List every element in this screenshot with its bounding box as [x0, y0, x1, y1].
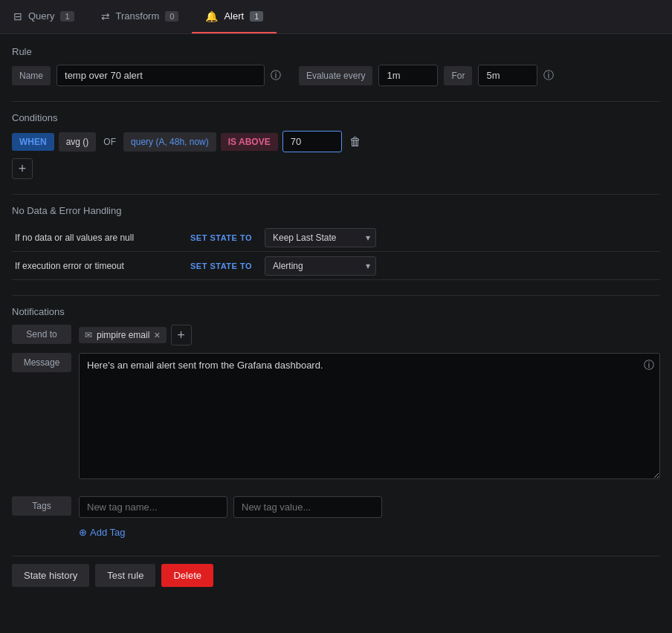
message-info-icon: ⓘ — [644, 359, 654, 372]
for-input[interactable] — [478, 65, 537, 86]
no-data-label: If no data or all values are null — [12, 233, 190, 243]
tags-label: Tags — [12, 496, 71, 516]
add-condition-button[interactable]: + — [12, 158, 33, 179]
tab-query-label: Query — [28, 10, 54, 22]
add-tag-button[interactable]: ⊕ Add Tag — [79, 524, 125, 541]
name-info-icon: ⓘ — [271, 69, 281, 82]
footer-buttons: State history Test rule Delete — [12, 556, 660, 587]
condition-row: WHEN avg () OF query (A, 48h, now) IS AB… — [12, 131, 660, 152]
exec-error-state-select[interactable]: Alerting Keep Last State No Data OK — [265, 256, 376, 276]
notifications-section-title: Notifications — [12, 306, 660, 317]
tab-transform-badge: 0 — [165, 11, 178, 22]
tags-inputs-area: ⊕ Add Tag — [79, 496, 382, 541]
send-to-label: Send to — [12, 325, 71, 344]
tags-section: Tags ⊕ Add Tag — [12, 496, 660, 541]
delete-condition-button[interactable]: 🗑 — [346, 132, 364, 152]
tab-query-badge: 1 — [60, 11, 74, 22]
when-badge: WHEN — [12, 133, 54, 151]
tag-name-input[interactable] — [79, 496, 227, 518]
conditions-section: Conditions WHEN avg () OF query (A, 48h,… — [12, 112, 660, 179]
exec-error-label: If execution error or timeout — [12, 261, 190, 271]
add-notification-button[interactable]: + — [171, 325, 192, 345]
message-row: Message Here's an email alert sent from … — [12, 353, 660, 481]
tags-row: Tags ⊕ Add Tag — [12, 496, 660, 541]
no-data-select-wrapper: Keep Last State Alerting No Data OK — [265, 228, 376, 247]
add-tag-label: Add Tag — [90, 527, 125, 538]
main-content: Rule Name ⓘ Evaluate every For ⓘ Conditi… — [0, 34, 672, 599]
test-rule-button[interactable]: Test rule — [95, 564, 155, 587]
exec-error-select-wrapper: Alerting Keep Last State No Data OK — [265, 256, 376, 276]
query-icon: ⊟ — [13, 10, 22, 22]
email-tag: ✉ pimpire email × — [79, 327, 167, 343]
no-data-state-select[interactable]: Keep Last State Alerting No Data OK — [265, 228, 376, 247]
of-label: OF — [100, 137, 119, 147]
send-to-area: ✉ pimpire email × + — [79, 325, 660, 345]
message-field-wrap: Here's an email alert sent from the Graf… — [79, 353, 660, 481]
evaluate-label: Evaluate every — [299, 66, 372, 85]
tab-query[interactable]: ⊟ Query 1 — [0, 0, 88, 33]
conditions-section-title: Conditions — [12, 112, 660, 123]
remove-email-button[interactable]: × — [154, 330, 160, 340]
tab-alert-badge: 1 — [250, 11, 263, 22]
add-tag-circle-icon: ⊕ — [79, 527, 87, 538]
name-input[interactable] — [56, 65, 265, 86]
error-handling-section: No Data & Error Handling If no data or a… — [12, 205, 660, 280]
for-info-icon: ⓘ — [543, 69, 554, 82]
tab-alert-label: Alert — [224, 10, 244, 22]
state-history-button[interactable]: State history — [12, 564, 89, 587]
rule-section-title: Rule — [12, 46, 660, 57]
is-above-badge: IS ABOVE — [221, 133, 278, 151]
tab-bar: ⊟ Query 1 ⇄ Transform 0 🔔 Alert 1 — [0, 0, 672, 34]
email-icon: ✉ — [85, 330, 92, 340]
message-textarea[interactable]: Here's an email alert sent from the Graf… — [79, 353, 660, 479]
no-data-set-state-label: SET STATE TO — [190, 233, 265, 242]
evaluate-input[interactable] — [378, 65, 438, 86]
tab-transform[interactable]: ⇄ Transform 0 — [88, 0, 193, 33]
transform-icon: ⇄ — [101, 10, 110, 22]
no-data-row: If no data or all values are null SET ST… — [12, 224, 660, 252]
name-label: Name — [12, 66, 51, 85]
rule-row: Name ⓘ Evaluate every For ⓘ — [12, 65, 660, 86]
tab-alert[interactable]: 🔔 Alert 1 — [192, 0, 277, 33]
func-field[interactable]: avg () — [59, 132, 97, 152]
for-label: For — [444, 66, 472, 85]
exec-error-row: If execution error or timeout SET STATE … — [12, 252, 660, 280]
threshold-input[interactable] — [282, 131, 342, 152]
tab-transform-label: Transform — [116, 10, 160, 22]
send-to-row: Send to ✉ pimpire email × + — [12, 325, 660, 345]
message-label: Message — [12, 353, 71, 372]
query-field[interactable]: query (A, 48h, now) — [123, 132, 216, 152]
rule-section: Rule Name ⓘ Evaluate every For ⓘ — [12, 46, 660, 86]
delete-button[interactable]: Delete — [161, 564, 213, 587]
error-handling-title: No Data & Error Handling — [12, 205, 660, 216]
exec-error-set-state-label: SET STATE TO — [190, 262, 265, 270]
tag-inputs-row — [79, 496, 382, 518]
notifications-section: Notifications Send to ✉ pimpire email × … — [12, 306, 660, 481]
alert-icon: 🔔 — [205, 10, 218, 22]
email-tag-label: pimpire email — [97, 330, 149, 340]
tag-value-input[interactable] — [233, 496, 382, 518]
